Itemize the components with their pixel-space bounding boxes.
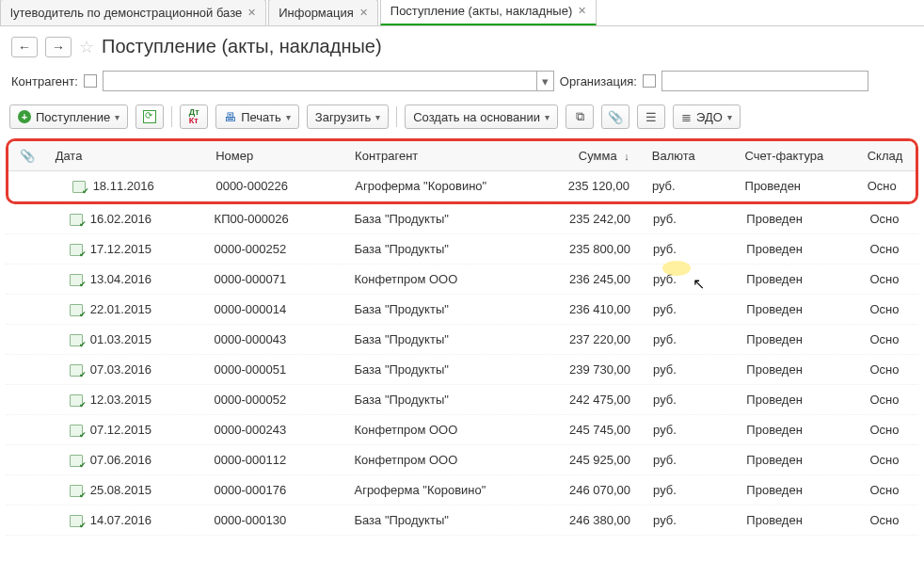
cell-currency: руб. xyxy=(645,385,739,414)
bars-icon: ☰ xyxy=(645,110,657,124)
receipt-button[interactable]: + Поступление ▾ xyxy=(9,104,128,129)
column-attach[interactable]: 📎 xyxy=(8,141,46,170)
cell-invoice: Проведен xyxy=(739,325,862,354)
cell-date: 01.03.2015 xyxy=(90,332,151,346)
separator xyxy=(396,106,397,127)
button-label: ЭДО xyxy=(696,110,723,124)
star-icon[interactable]: ☆ xyxy=(79,37,94,57)
cell-agent: База "Продукты" xyxy=(346,295,524,324)
cell-invoice: Проведен xyxy=(739,204,862,233)
cell-sum: 236 245,00 xyxy=(524,265,645,294)
counterparty-input[interactable]: ▾ xyxy=(103,71,554,91)
table-row[interactable]: 14.07.20160000-000130База "Продукты"246 … xyxy=(6,506,918,536)
cell-currency: руб. xyxy=(645,171,738,201)
table-row[interactable]: 22.01.20150000-000014База "Продукты"236 … xyxy=(6,295,918,325)
cell-warehouse: Осно xyxy=(862,295,918,324)
tab-bar: lутеводитель по демонстрационной базе ✕ … xyxy=(0,0,924,26)
cell-warehouse: Осно xyxy=(862,506,918,535)
list-button[interactable]: ☰ xyxy=(637,104,665,129)
edo-button[interactable]: ≣ ЭДО ▾ xyxy=(673,104,741,129)
table-row[interactable]: 07.06.20160000-000112Конфетпром ООО245 9… xyxy=(6,445,918,475)
print-button[interactable]: 🖶 Печать ▾ xyxy=(215,104,299,129)
column-warehouse[interactable]: Склад xyxy=(860,141,916,170)
table-header: 📎 Дата Номер Контрагент Сумма ↓ Валюта С… xyxy=(8,141,916,171)
attach-button[interactable]: 📎 xyxy=(601,104,629,129)
cell-date: 17.12.2015 xyxy=(90,242,151,256)
tab-guide[interactable]: lутеводитель по демонстрационной базе ✕ xyxy=(0,0,266,25)
cell-sum: 245 925,00 xyxy=(524,445,645,474)
organization-input[interactable] xyxy=(661,71,868,91)
cell-currency: руб. xyxy=(645,234,739,264)
cell-invoice: Проведен xyxy=(739,415,862,444)
column-number[interactable]: Номер xyxy=(208,141,347,170)
table-row[interactable]: 12.03.20150000-000052База "Продукты"242 … xyxy=(6,385,918,415)
back-button[interactable]: ← xyxy=(11,37,38,57)
organization-checkbox[interactable] xyxy=(643,74,656,88)
tab-info[interactable]: Информация ✕ xyxy=(268,0,378,25)
cell-currency: руб. xyxy=(645,475,739,505)
column-date[interactable]: Дата xyxy=(46,141,209,170)
table-row[interactable]: 18.11.2016 0000-000226 Агроферма "Корови… xyxy=(8,171,916,201)
cell-sum: 246 070,00 xyxy=(524,475,645,505)
cell-agent: База "Продукты" xyxy=(346,506,524,535)
cell-sum: 235 120,00 xyxy=(524,171,645,201)
toolbar: + Поступление ▾ ДтКт 🖶 Печать ▾ Загрузит… xyxy=(0,101,924,138)
load-button[interactable]: Загрузить ▾ xyxy=(307,104,389,129)
table-row[interactable]: 07.03.20160000-000051База "Продукты"239 … xyxy=(6,355,918,385)
dtkt-button[interactable]: ДтКт xyxy=(180,104,208,129)
cell-invoice: Проведен xyxy=(739,506,862,535)
column-currency[interactable]: Валюта xyxy=(645,141,738,170)
caret-icon: ▾ xyxy=(727,112,732,122)
cell-sum: 235 242,00 xyxy=(524,204,645,233)
structure-button[interactable]: ⧉ xyxy=(566,104,594,129)
tab-receipt[interactable]: Поступление (акты, накладные) ✕ xyxy=(380,0,597,25)
tab-label: lутеводитель по демонстрационной базе xyxy=(10,6,242,20)
cell-currency: руб. xyxy=(645,415,739,444)
edo-icon: ≣ xyxy=(681,110,692,124)
button-label: Загрузить xyxy=(315,110,371,124)
refresh-doc-button[interactable] xyxy=(135,104,164,129)
forward-button[interactable]: → xyxy=(45,37,72,57)
create-based-button[interactable]: Создать на основании ▾ xyxy=(405,104,558,129)
table-header-highlight: 📎 Дата Номер Контрагент Сумма ↓ Валюта С… xyxy=(6,138,918,204)
cell-date: 07.12.2015 xyxy=(90,423,151,437)
column-invoice[interactable]: Счет-фактура xyxy=(737,141,859,170)
sort-down-icon: ↓ xyxy=(624,151,629,162)
cell-warehouse: Осно xyxy=(862,325,918,354)
cell-date: 07.06.2016 xyxy=(90,453,151,467)
clip-icon: 📎 xyxy=(608,110,623,124)
table-row[interactable]: 07.12.20150000-000243Конфетпром ООО245 7… xyxy=(6,415,918,445)
column-agent[interactable]: Контрагент xyxy=(347,141,523,170)
cell-sum: 236 410,00 xyxy=(524,295,645,324)
table-row[interactable]: 16.02.2016КП00-000026База "Продукты"235 … xyxy=(6,204,918,234)
counterparty-checkbox[interactable] xyxy=(84,74,97,88)
cell-date: 14.07.2016 xyxy=(90,513,151,527)
dtkt-icon: ДтКт xyxy=(189,108,199,125)
column-sum[interactable]: Сумма ↓ xyxy=(523,141,644,170)
table-row[interactable]: 01.03.20150000-000043База "Продукты"237 … xyxy=(6,325,918,355)
cell-date: 18.11.2016 xyxy=(93,179,154,193)
table-row[interactable]: 25.08.20150000-000176Агроферма "Коровино… xyxy=(6,475,918,506)
dropdown-icon[interactable]: ▾ xyxy=(536,72,553,90)
table-row[interactable]: 17.12.20150000-000252База "Продукты"235 … xyxy=(6,234,918,265)
cell-number: 0000-000014 xyxy=(207,295,347,324)
cell-warehouse: Осно xyxy=(862,265,918,294)
close-icon[interactable]: ✕ xyxy=(578,5,586,17)
cell-currency: руб. xyxy=(645,204,739,233)
cell-agent: Агроферма "Коровино" xyxy=(346,475,524,505)
cell-agent: База "Продукты" xyxy=(346,234,524,264)
table-row[interactable]: 13.04.20160000-000071Конфетпром ООО236 2… xyxy=(6,265,918,295)
close-icon[interactable]: ✕ xyxy=(247,7,256,19)
close-icon[interactable]: ✕ xyxy=(359,7,368,19)
cell-number: 0000-000130 xyxy=(207,506,347,535)
cell-warehouse: Осно xyxy=(862,234,918,264)
cell-currency: руб. xyxy=(645,265,739,294)
cell-currency: руб. xyxy=(645,506,739,535)
button-label: Поступление xyxy=(36,110,110,124)
plus-icon: + xyxy=(18,110,31,123)
cell-currency: руб. xyxy=(645,325,739,354)
button-label: Печать xyxy=(241,110,281,124)
page-title: Поступление (акты, накладные) xyxy=(102,36,382,57)
document-icon xyxy=(70,303,85,316)
cell-number: 0000-000226 xyxy=(208,171,347,201)
